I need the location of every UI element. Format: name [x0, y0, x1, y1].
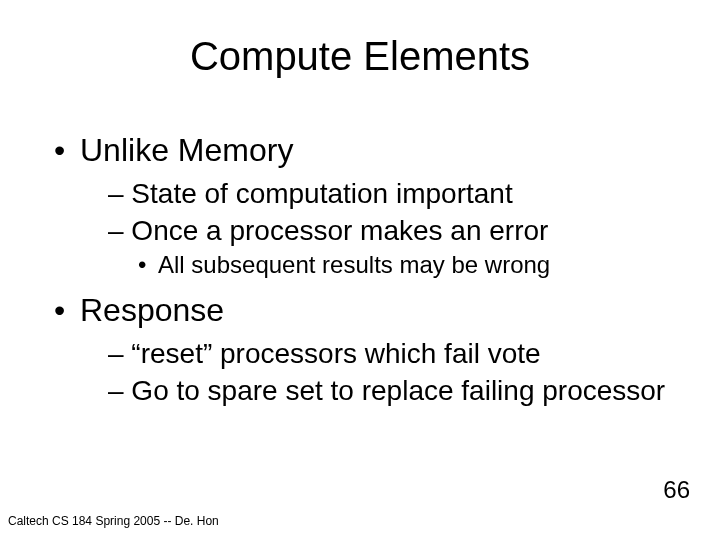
slide-content: Unlike Memory – State of computation imp… — [54, 130, 700, 410]
subbullet-once-error: – Once a processor makes an error — [54, 213, 700, 248]
subbullet-reset: – “reset” processors which fail vote — [54, 336, 700, 371]
slide: Compute Elements Unlike Memory – State o… — [0, 0, 720, 540]
bullet-unlike-memory: Unlike Memory — [54, 130, 700, 170]
subsubbullet-subsequent: All subsequent results may be wrong — [54, 250, 700, 280]
spacer — [54, 282, 700, 290]
slide-title: Compute Elements — [0, 34, 720, 79]
page-number: 66 — [663, 476, 690, 504]
bullet-response: Response — [54, 290, 700, 330]
footer-text: Caltech CS 184 Spring 2005 -- De. Hon — [8, 514, 219, 528]
subbullet-spare: – Go to spare set to replace failing pro… — [54, 373, 700, 408]
subbullet-state: – State of computation important — [54, 176, 700, 211]
